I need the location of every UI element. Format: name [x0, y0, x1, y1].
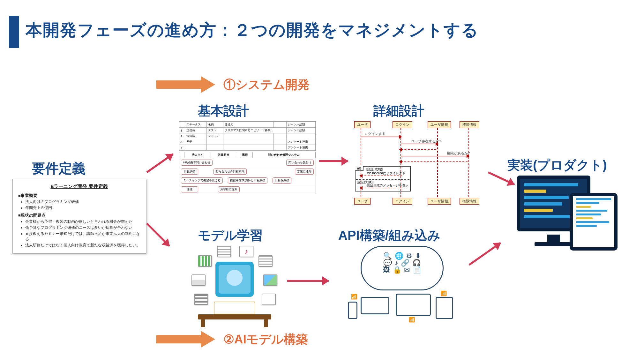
seq-arrowhead — [399, 148, 402, 152]
stage-model-training-label: モデル学習 — [198, 227, 263, 244]
seq-alt-label: alt — [355, 166, 363, 171]
bottom-flow-arrow-head — [201, 331, 215, 348]
floating-card-icon — [258, 255, 273, 267]
music-icon: ♪ — [395, 259, 398, 266]
top-flow-arrow-body — [156, 80, 201, 89]
tablet-icon — [570, 193, 618, 251]
col-label: 問い合わせ管理システム — [252, 152, 315, 158]
download-icon: ⬇ — [415, 252, 421, 259]
stage-basic-design-label: 基本設計 — [198, 102, 249, 120]
seq-msg: /dashboradにリダイレクト — [367, 171, 405, 176]
seq-actor: ユーザ情報 — [428, 198, 451, 205]
document-icon: 📄 — [413, 266, 421, 274]
doc-item: 低予算なプログラミング研修のニーズは多いが採算が合わない — [25, 225, 140, 230]
stage-detailed-design-label: 詳細設計 — [373, 102, 424, 120]
image-icon — [263, 274, 277, 286]
arrow-detailed-to-impl — [488, 172, 514, 184]
globe-icon: 🌐 — [395, 252, 403, 259]
doc-section-1: ■事業概要 — [18, 193, 140, 199]
seq-msg: ユーザ存在するか? — [411, 139, 441, 144]
share-icon: 🔗 — [401, 259, 409, 266]
seq-arrow — [401, 156, 468, 156]
api-cloud-illustration: 🔍 🌐 ⚙ ⬇ 💬 ♪ 🔗 🎧 🖼 🔒 ✉ 📄 📶 📶 📶 — [345, 246, 460, 326]
search-icon: 🔍 — [383, 252, 392, 259]
image-icon: 🖼 — [383, 266, 390, 274]
monitor-base — [535, 242, 573, 246]
col-label: 法人さん — [184, 152, 211, 158]
flow-cell: お客様に提案 — [218, 186, 240, 192]
laptop-icon — [361, 297, 389, 314]
wifi-icon: 📶 — [440, 290, 447, 296]
top-flow-label: ①システム開発 — [223, 77, 310, 93]
flow-cell: 日程を調整 — [273, 177, 291, 184]
flow-cell: 発注 — [181, 186, 198, 192]
seq-return — [361, 176, 402, 176]
monitor-icon — [396, 294, 431, 316]
seq-arrow — [401, 144, 436, 144]
bottom-flow-arrow-body — [156, 335, 201, 343]
desk-icon — [198, 314, 271, 319]
title-accent-bar — [9, 16, 19, 48]
seq-actor: ログイン — [393, 198, 412, 205]
flow-cell: 問い合わせ受付け — [286, 160, 314, 166]
seq-msg: ログインする — [364, 131, 386, 136]
col-label: 営業担当 — [211, 152, 237, 158]
seq-actor: 権限情報 — [460, 121, 479, 128]
seq-actor: ユーザ — [354, 198, 371, 205]
flow-cell: 提案を作成 講師と日程調整 — [228, 177, 268, 184]
seq-lifeline — [468, 128, 469, 198]
doc-item: 法人研修だけではなく個人向け教育で新たな収益源を獲得したい。 — [25, 243, 140, 248]
top-flow-arrow-head — [201, 76, 215, 93]
message-icon: 💬 — [383, 259, 392, 266]
music-note-icon: ♪ — [239, 246, 253, 257]
arrow-req-to-model — [147, 223, 169, 246]
seq-actor: ユーザ — [354, 121, 371, 128]
seq-actor: 権限情報 — [460, 198, 479, 205]
cloud-icon: 🔍 🌐 ⚙ ⬇ 💬 ♪ 🔗 🎧 🖼 🔒 ✉ 📄 — [361, 246, 444, 290]
implementation-illustration — [517, 176, 619, 259]
flow-cell: 打ち合わせの日程案内 — [213, 169, 247, 175]
phone-icon — [348, 302, 357, 319]
doc-section-2: ■現状の問題点 — [18, 213, 140, 218]
col-label: 講師 — [237, 152, 252, 158]
doc-item: 年間売上５億円 — [25, 205, 140, 211]
arrow-req-to-basic — [147, 154, 173, 172]
seq-arrowhead — [399, 135, 402, 139]
seq-arrowhead — [359, 186, 363, 190]
seq-return — [401, 161, 468, 162]
seq-arrow — [361, 137, 400, 137]
envelope-icon: ✉ — [404, 266, 410, 274]
seq-msg: 権限があるか? — [447, 151, 470, 156]
flow-cell: HP経由で問い合わせ — [181, 160, 213, 166]
doc-item: 法人向けのプログラミング研修 — [25, 199, 140, 205]
floating-card-icon — [198, 255, 212, 267]
seq-alt-box: alt [認証(成功)] /dashboradにリダイレクト [認証(失敗)] … — [355, 166, 411, 191]
headphones-icon: 🎧 — [412, 259, 421, 266]
floating-card-icon — [217, 246, 231, 257]
seq-return — [401, 149, 436, 150]
wifi-icon: 📶 — [351, 294, 357, 300]
requirements-doc: Eラーニング開発 要件定義 ■事業概要 法人向けのプログラミング研修 年間売上５… — [12, 179, 146, 253]
stage-requirements-label: 要件定義 — [32, 160, 86, 177]
gear-icon: ⚙ — [406, 252, 412, 259]
brain-icon — [215, 262, 254, 297]
model-training-illustration: ♪ — [191, 246, 278, 329]
arrow-api-to-impl — [469, 243, 500, 265]
flow-cell: 営業に通知 — [295, 169, 314, 175]
flow-cell: ミーティングで要望を伝える — [181, 177, 223, 184]
seq-actor: ユーザ情報 — [428, 121, 451, 128]
slide-title: 本開発フェーズの進め方：２つの開発をマネジメントする — [26, 19, 479, 41]
basic-design-panel: ステータス名前発送元ジャンパ総額 1送信済テストクリスマスに関するエピソード募集… — [179, 121, 316, 194]
stage-api-build-label: API構築/組み込み — [338, 227, 440, 244]
seq-arrowhead — [399, 160, 402, 164]
sequence-panel: ユーザ ログイン ユーザ情報 権限情報 ユーザ ログイン ユーザ情報 権限情報 … — [351, 121, 485, 207]
doc-title: Eラーニング開発 要件定義 — [18, 184, 140, 190]
floating-card-icon — [191, 274, 206, 286]
stage-implementation-label: 実装(プロダクト) — [507, 156, 607, 174]
bottom-flow-label: ②AIモデル構築 — [223, 331, 308, 348]
wifi-icon: 📶 — [408, 317, 415, 323]
doc-item: 企業様から予習・復習の動画が欲しいと言われる機会が増えた — [25, 219, 140, 224]
chart-icon — [262, 294, 276, 305]
seq-actor: ログイン — [393, 121, 412, 128]
monitor-stand — [547, 235, 560, 242]
